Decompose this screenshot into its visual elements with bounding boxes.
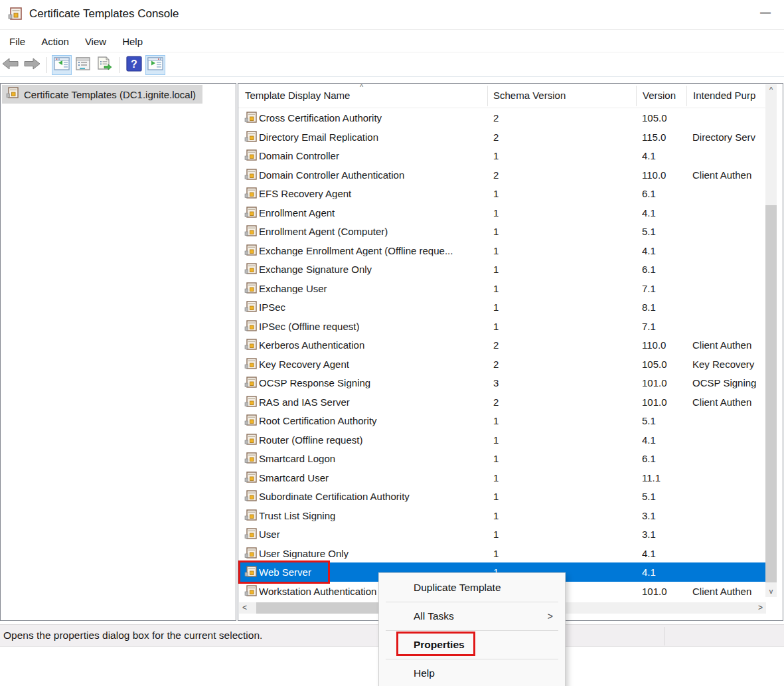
- table-row[interactable]: EFS Recovery Agent 1 6.1: [238, 184, 766, 203]
- back-button[interactable]: [1, 55, 21, 75]
- vertical-scrollbar[interactable]: ^ v: [765, 84, 777, 597]
- version-cell: 5.1: [642, 491, 691, 502]
- scroll-left-icon[interactable]: <: [239, 602, 250, 614]
- template-name-cell: Subordinate Certification Authority: [259, 491, 492, 502]
- scroll-down-icon[interactable]: v: [765, 586, 777, 597]
- certificate-template-icon: [244, 358, 258, 370]
- version-cell: 3.1: [642, 509, 691, 521]
- menu-view[interactable]: View: [77, 32, 114, 51]
- table-row[interactable]: Domain Controller Authentication 2 110.0…: [238, 165, 766, 185]
- sort-ascending-icon: ^: [360, 83, 363, 91]
- back-arrow-icon: [2, 58, 19, 72]
- column-header-schema-version[interactable]: Schema Version: [493, 90, 566, 101]
- table-row[interactable]: Trust List Signing 1 3.1: [238, 506, 766, 525]
- intended-purpose-cell: Key Recovery: [692, 358, 765, 369]
- table-row[interactable]: Cross Certification Authority 2 105.0: [238, 108, 766, 128]
- schema-version-cell: 2: [493, 112, 639, 124]
- menu-action[interactable]: Action: [33, 32, 77, 51]
- table-row[interactable]: User 1 3.1: [238, 525, 766, 544]
- table-row[interactable]: IPSec 1 8.1: [238, 298, 766, 317]
- template-name-cell: Exchange Enrollment Agent (Offline reque…: [259, 244, 492, 256]
- menu-separator: [386, 630, 558, 631]
- forward-arrow-icon: [23, 58, 40, 72]
- tree-item-certificate-templates[interactable]: Certificate Templates (DC1.ignite.local): [2, 85, 202, 104]
- schema-version-cell: 2: [493, 396, 639, 407]
- context-menu-item-help[interactable]: Help: [379, 662, 565, 685]
- table-row[interactable]: Directory Email Replication 2 115.0 Dire…: [238, 128, 766, 147]
- version-cell: 4.1: [642, 547, 691, 558]
- scroll-right-icon[interactable]: >: [755, 602, 766, 614]
- version-cell: 6.1: [642, 264, 691, 275]
- version-cell: 6.1: [642, 453, 691, 464]
- table-row[interactable]: Router (Offline request) 1 4.1: [238, 430, 766, 450]
- table-row[interactable]: Exchange User 1 7.1: [238, 279, 766, 298]
- menu-separator: [386, 659, 558, 659]
- table-row[interactable]: Domain Controller 1 4.1: [238, 146, 766, 165]
- table-row[interactable]: Exchange Enrollment Agent (Offline reque…: [238, 241, 766, 260]
- table-row[interactable]: Exchange Signature Only 1 6.1: [238, 260, 766, 279]
- schema-version-cell: 1: [493, 434, 639, 445]
- scroll-up-icon[interactable]: ^: [765, 84, 777, 96]
- menu-bar: File Action View Help: [0, 31, 784, 52]
- column-divider[interactable]: [487, 86, 488, 106]
- title-bar: Certificate Templates Console —: [0, 0, 784, 30]
- schema-version-cell: 1: [493, 415, 639, 426]
- menu-file[interactable]: File: [1, 32, 33, 51]
- template-name-cell: Root Certification Authority: [259, 415, 492, 426]
- table-row[interactable]: Root Certification Authority 1 5.1: [238, 411, 766, 430]
- template-name-cell: Domain Controller: [259, 150, 492, 161]
- schema-version-cell: 2: [493, 131, 639, 142]
- certificate-template-icon: [244, 225, 258, 237]
- table-row[interactable]: User Signature Only 1 4.1: [238, 544, 766, 563]
- certificate-template-icon: [244, 112, 258, 124]
- table-row[interactable]: RAS and IAS Server 2 101.0 Client Authen: [238, 392, 766, 412]
- column-divider[interactable]: [686, 86, 687, 106]
- template-name-cell: Trust List Signing: [259, 509, 492, 521]
- svg-text:?: ?: [131, 58, 137, 69]
- table-row[interactable]: Smartcard User 1 11.1: [238, 468, 766, 487]
- schema-version-cell: 1: [493, 301, 639, 313]
- table-row[interactable]: Enrollment Agent 1 4.1: [238, 203, 766, 222]
- context-menu-item-duplicate-template[interactable]: Duplicate Template: [379, 576, 565, 599]
- table-row[interactable]: Subordinate Certification Authority 1 5.…: [238, 487, 766, 506]
- column-divider[interactable]: [636, 86, 637, 106]
- certificate-template-icon: [244, 320, 258, 332]
- version-cell: 105.0: [642, 358, 691, 369]
- table-row[interactable]: OCSP Response Signing 3 101.0 OCSP Signi…: [238, 373, 766, 392]
- column-header-version[interactable]: Version: [643, 90, 676, 101]
- context-menu-item-all-tasks[interactable]: All Tasks >: [379, 605, 565, 628]
- table-row[interactable]: Smartcard Logon 1 6.1: [238, 449, 766, 468]
- toolbar-separator: [46, 57, 47, 73]
- template-name-cell: IPSec (Offline request): [259, 320, 492, 331]
- help-button[interactable]: ?: [124, 55, 144, 75]
- version-cell: 101.0: [642, 585, 691, 596]
- column-header-intended-purpose[interactable]: Intended Purp: [693, 90, 765, 101]
- minimize-button[interactable]: —: [756, 5, 775, 23]
- certificate-template-icon: [244, 282, 258, 294]
- template-name-cell: OCSP Response Signing: [259, 377, 492, 388]
- menu-help[interactable]: Help: [114, 32, 151, 51]
- version-cell: 4.1: [642, 150, 691, 161]
- submenu-arrow-icon: >: [548, 611, 553, 622]
- column-header-template-display-name[interactable]: Template Display Name: [245, 90, 350, 101]
- properties-button[interactable]: [73, 55, 93, 75]
- show-console-tree-button[interactable]: [52, 55, 72, 75]
- schema-version-cell: 1: [493, 188, 639, 199]
- toolbar-separator: [119, 57, 119, 73]
- toolbar: ?: [0, 53, 784, 77]
- table-row[interactable]: Key Recovery Agent 2 105.0 Key Recovery: [238, 355, 766, 374]
- menu-separator: [386, 602, 558, 602]
- template-name-cell: EFS Recovery Agent: [259, 188, 492, 199]
- export-list-button[interactable]: [94, 55, 114, 75]
- export-list-icon: [96, 56, 112, 74]
- intended-purpose-cell: Client Authen: [692, 585, 765, 596]
- table-row[interactable]: Enrollment Agent (Computer) 1 5.1: [238, 222, 766, 241]
- forward-button[interactable]: [22, 55, 42, 75]
- certificate-template-icon: [244, 547, 258, 559]
- vertical-scroll-thumb[interactable]: [765, 205, 777, 582]
- certificate-template-icon: [244, 244, 258, 256]
- show-action-pane-button[interactable]: [145, 55, 165, 75]
- table-row[interactable]: IPSec (Offline request) 1 7.1: [238, 317, 766, 336]
- version-cell: 4.1: [642, 207, 691, 218]
- table-row[interactable]: Kerberos Authentication 2 110.0 Client A…: [238, 335, 766, 355]
